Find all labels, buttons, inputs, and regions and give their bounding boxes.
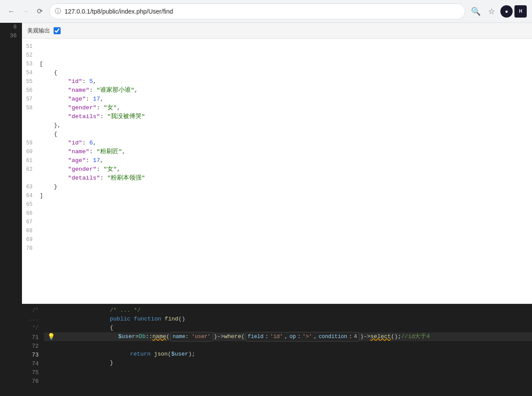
browser-chrome: ← → ⟳ ⓘ 🔍 ☆ ● H [0, 0, 532, 23]
json-line-66: 66 [22, 209, 532, 218]
code-line-partial: /* ... */ [44, 306, 532, 315]
back-button[interactable]: ← [5, 5, 18, 18]
json-line-59: 59 "id": 6, [22, 139, 532, 148]
address-input[interactable] [65, 8, 460, 15]
json-line-57: 57 "age": 17, [22, 95, 532, 104]
json-line-close-obj1: }, [22, 121, 532, 130]
code-line-73: 💡 $user = Db :: name ( name : 'user' [44, 332, 532, 341]
json-toolbar: 美观输出 [22, 23, 532, 39]
editor-linenum-partial: /* ... */ [22, 306, 39, 333]
json-line-61: 61 "age": 17, [22, 156, 532, 165]
line-num-36: 36 [0, 32, 22, 40]
json-line-67: 67 [22, 218, 532, 227]
code-line-72: { [44, 324, 532, 332]
json-line-65: 65 [22, 200, 532, 209]
security-icon: ⓘ [55, 7, 61, 15]
code-line-74 [44, 341, 532, 350]
json-line-60: 60 "name": "粉刷匠", [22, 148, 532, 156]
nav-buttons: ← → ⟳ [5, 5, 46, 18]
json-line-63: 63 } [22, 183, 532, 191]
browser-content: 美观输出 51 52 53 [ 54 { 55 [22, 23, 532, 396]
editor-linenum-72: 72 [22, 342, 39, 351]
editor-linenum-75: 75 [22, 368, 39, 377]
editor-linenum-74: 74 [22, 360, 39, 368]
editor-linenum-76: 76 [22, 377, 39, 386]
json-line-69: 69 [22, 235, 532, 244]
json-line-55: 55 "id": 5, [22, 77, 532, 86]
json-line-52: 52 [22, 51, 532, 60]
lightbulb-icon: 💡 [47, 332, 55, 341]
json-line-62-details: "details": "粉刷本领强" [22, 174, 532, 183]
json-line-58-gender: 58 "gender": "女", [22, 104, 532, 112]
code-editor: /* ... */ 71 72 73 74 75 76 /* ... */ pu… [22, 304, 532, 396]
json-line-open-obj2: { [22, 130, 532, 139]
sidebar-line-numbers: 8 36 [0, 23, 22, 396]
code-line-75: return json ( $user ); [44, 350, 532, 359]
forward-button[interactable]: → [19, 5, 32, 18]
json-line-64: 64 ] [22, 191, 532, 200]
reload-button[interactable]: ⟳ [33, 5, 46, 18]
json-line-70: 70 [22, 244, 532, 253]
pretty-print-label: 美观输出 [27, 27, 50, 35]
editor-linenum-73: 73 [22, 351, 39, 360]
pretty-print-checkbox[interactable] [54, 27, 61, 34]
line-num-8: 8 [0, 23, 22, 32]
json-line-56: 56 "name": "谁家那小谁", [22, 86, 532, 95]
zoom-button[interactable]: 🔍 [469, 4, 483, 18]
editor-code-content: /* ... */ public function find () { 💡 [44, 304, 532, 396]
extension-icon[interactable]: H [514, 5, 527, 18]
json-line-51: 51 [22, 42, 532, 51]
profile-icon[interactable]: ● [500, 5, 513, 18]
json-line-58-details: "details": "我没被傅哭" [22, 112, 532, 121]
json-output: 51 52 53 [ 54 { 55 "id": 5, 56 [22, 39, 532, 304]
address-bar-container: ⓘ [49, 4, 465, 19]
editor-linenum-71: 71 [22, 333, 39, 342]
bookmark-button[interactable]: ☆ [485, 4, 499, 18]
json-line-62: 62 "gender": "女", [22, 165, 532, 174]
json-line-68: 68 [22, 227, 532, 235]
code-line-71: public function find () [44, 315, 532, 324]
json-line-53: 53 [ [22, 60, 532, 68]
browser-toolbar-icons: 🔍 ☆ ● H [469, 4, 527, 18]
main-content: 8 36 美观输出 51 52 53 [ 54 [0, 23, 532, 396]
code-line-76: } [44, 359, 532, 367]
json-line-54: 54 { [22, 68, 532, 77]
editor-line-numbers: /* ... */ 71 72 73 74 75 76 [22, 304, 44, 396]
